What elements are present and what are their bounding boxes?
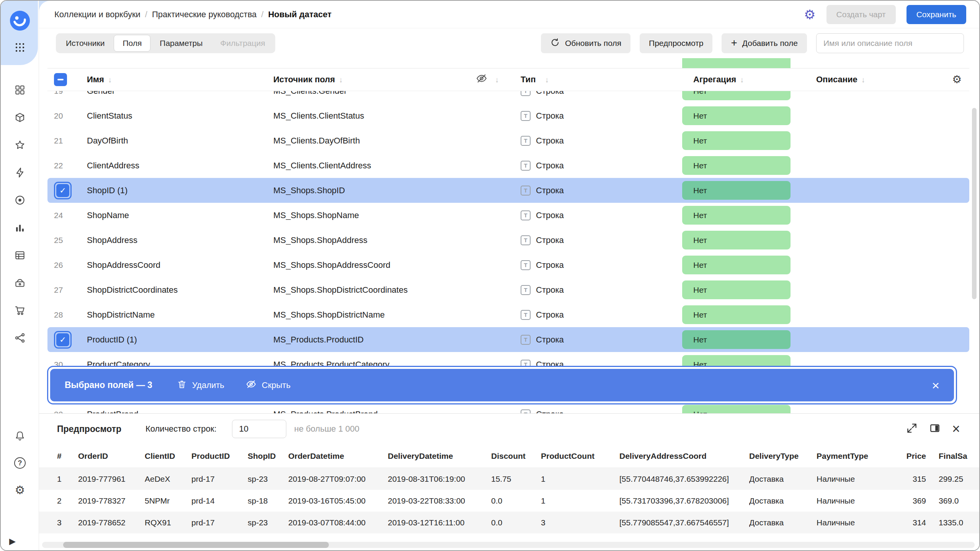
field-aggregation[interactable]: Нет [682,106,816,125]
horizontal-scrollbar[interactable] [42,542,975,548]
field-aggregation[interactable]: Нет [682,405,816,413]
field-type[interactable]: T Строка [510,186,682,196]
field-row[interactable]: 22 ✓ ClientAddress MS_Clients.ClientAddr… [47,153,969,178]
field-name[interactable]: ShopDistrictCoordinates [80,285,273,295]
field-aggregation[interactable]: Нет [682,231,816,249]
field-aggregation[interactable]: Нет [682,181,816,200]
field-aggregation[interactable]: Нет [682,305,816,324]
row-select-cell[interactable]: 26 ✓ [47,261,80,270]
field-row[interactable]: 26 ✓ ShopAddressCoord MS_Shops.ShopAddre… [47,253,969,277]
field-type[interactable]: T Строка [510,409,682,414]
row-select-cell[interactable]: 29 ✓ [47,331,80,349]
breadcrumb-item[interactable]: Коллекции и воркбуки [54,10,140,20]
datalens-logo-icon[interactable] [9,10,31,33]
field-row[interactable]: 23 ✓ ShopID (1) MS_Shops.ShopID T Строка… [47,178,969,203]
field-name[interactable]: ClientAddress [80,161,273,171]
aggregation-select[interactable]: Нет [682,131,791,150]
field-name[interactable]: ProductID (1) [80,335,273,345]
aggregation-select[interactable]: Нет [682,181,791,200]
field-source[interactable]: MS_Shops.ShopID [273,186,464,196]
row-select-cell[interactable]: 22 ✓ [47,161,80,170]
field-type[interactable]: T Строка [510,335,682,345]
aggregation-select[interactable]: Нет [682,106,791,125]
row-select-cell[interactable]: 32 ✓ [47,410,80,414]
field-name[interactable]: ShopName [80,210,273,220]
table-settings-gear-icon[interactable]: ⚙ [952,73,962,85]
row-select-cell[interactable]: 25 ✓ [47,236,80,245]
field-search-input[interactable] [816,33,964,53]
workbooks-icon[interactable] [14,112,26,123]
field-source[interactable]: MS_Shops.ShopDistrictCoordinates [273,285,464,295]
field-type[interactable]: T Строка [510,260,682,270]
row-select-cell[interactable]: 28 ✓ [47,310,80,320]
select-all-checkbox[interactable] [54,73,67,86]
field-type[interactable]: T Строка [510,285,682,295]
flash-icon[interactable] [14,167,26,178]
marketplace-cart-icon[interactable] [14,305,26,316]
favorites-star-icon[interactable] [14,139,26,151]
aggregation-select[interactable]: Нет [682,280,791,299]
field-type[interactable]: T Строка [510,161,682,171]
field-row[interactable]: 29 ✓ ProductID (1) MS_Products.ProductID… [47,327,969,352]
close-preview-icon[interactable]: × [952,422,960,436]
close-selection-icon[interactable]: × [932,379,939,392]
add-field-button[interactable]: + Добавить поле [722,33,807,53]
field-type[interactable]: T Строка [510,136,682,146]
field-source[interactable]: MS_Shops.ShopName [273,210,464,220]
sidebar-gear-icon[interactable]: ⚙ [15,484,25,496]
charts-bar-icon[interactable] [14,222,26,233]
horizontal-scrollbar-thumb[interactable] [63,542,329,548]
field-name[interactable]: DayOfBirth [80,136,273,146]
row-select-cell[interactable]: 23 ✓ [47,182,80,199]
vertical-scrollbar-thumb[interactable] [972,108,977,299]
field-source[interactable]: MS_Products.ProductBrand [273,409,464,414]
column-header-visibility[interactable]: ↓ [464,73,510,86]
expand-preview-icon[interactable] [906,422,918,435]
field-aggregation[interactable]: Нет [682,206,816,225]
field-source[interactable]: MS_Shops.ShopDistrictName [273,310,464,320]
row-select-cell[interactable]: 21 ✓ [47,136,80,145]
aggregation-select[interactable]: Нет [682,405,791,413]
field-source[interactable]: MS_Clients.ClientAddress [273,161,464,171]
field-row[interactable]: 24 ✓ ShopName MS_Shops.ShopName T Строка… [47,203,969,228]
field-type[interactable]: T Строка [510,111,682,121]
field-name[interactable]: ShopAddress [80,235,273,245]
field-source[interactable]: MS_Clients.DayOfBirth [273,136,464,146]
field-type[interactable]: T Строка [510,235,682,245]
help-icon[interactable]: ? [14,457,26,469]
field-aggregation[interactable]: Нет [682,280,816,299]
field-name[interactable]: ShopID (1) [80,186,273,196]
row-select-cell[interactable]: 20 ✓ [47,111,80,121]
field-type[interactable]: T Строка [510,210,682,220]
aggregation-select[interactable]: Нет [682,305,791,324]
column-header-aggregation[interactable]: Агрегация ↓ [682,75,816,85]
field-type[interactable]: T Строка [510,310,682,320]
hide-selected-button[interactable]: Скрыть [246,379,291,392]
tab-sources[interactable]: Источники [57,35,113,52]
field-name[interactable]: ClientStatus [80,111,273,121]
field-source[interactable]: MS_Shops.ShopAddressCoord [273,260,464,270]
aggregation-select[interactable]: Нет [682,206,791,225]
column-header-name[interactable]: Имя ↓ [80,75,273,85]
row-select-cell[interactable]: 27 ✓ [47,285,80,295]
row-count-input[interactable] [232,420,286,438]
services-grid-icon[interactable] [15,42,25,54]
apps-grid-icon[interactable] [14,84,26,96]
monitoring-icon[interactable] [14,194,26,206]
row-select-cell[interactable]: 24 ✓ [47,211,80,220]
split-view-icon[interactable] [929,422,941,435]
field-aggregation[interactable]: Нет [682,131,816,150]
field-source[interactable]: MS_Shops.ShopAddress [273,235,464,245]
flows-icon[interactable] [14,332,26,344]
breadcrumb-item[interactable]: Практические руководства [152,10,256,20]
field-aggregation[interactable]: Нет [682,256,816,274]
delete-selected-button[interactable]: Удалить [177,379,224,391]
dataset-settings-gear-icon[interactable]: ⚙ [804,8,815,21]
bell-icon[interactable] [14,430,26,442]
storage-icon[interactable] [14,277,26,289]
column-header-source[interactable]: Источник поля ↓ [273,75,464,85]
field-source[interactable]: MS_Products.ProductID [273,335,464,345]
row-checkbox[interactable]: ✓ [54,182,72,199]
aggregation-select[interactable]: Нет [682,256,791,274]
field-source[interactable]: MS_Clients.ClientStatus [273,111,464,121]
